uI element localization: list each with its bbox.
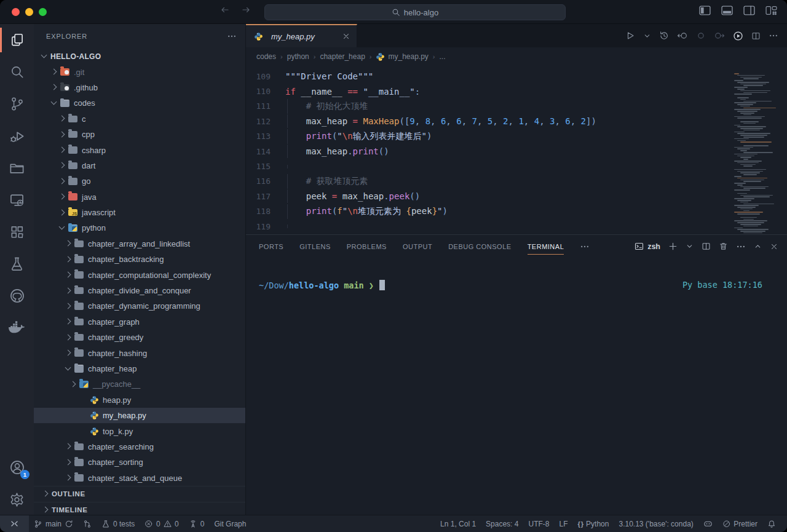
maximize-panel-icon[interactable] xyxy=(754,242,762,250)
section-timeline[interactable]: TIMELINE xyxy=(34,502,245,515)
close-panel-icon[interactable] xyxy=(770,242,778,251)
explorer-more-actions-icon[interactable] xyxy=(227,31,237,41)
history-back-icon[interactable] xyxy=(220,5,230,15)
close-tab-icon[interactable] xyxy=(342,32,350,41)
minimap[interactable] xyxy=(734,71,778,218)
breadcrumb-item[interactable]: python xyxy=(287,52,309,61)
activity-testing[interactable] xyxy=(0,248,34,280)
tree-item-cpp[interactable]: cpp xyxy=(34,127,245,142)
panel-tab-gitlens[interactable]: GITLENS xyxy=(299,235,331,258)
run-dropdown-icon[interactable] xyxy=(643,32,651,40)
tree-item-chapter_hashing[interactable]: chapter_hashing xyxy=(34,345,245,360)
nav-forward-icon[interactable] xyxy=(714,31,725,41)
history-forward-icon[interactable] xyxy=(241,5,251,15)
tree-item-chapter_greedy[interactable]: chapter_greedy xyxy=(34,330,245,345)
tree-item-chapter_computational_complexity[interactable]: chapter_computational_complexity xyxy=(34,267,245,282)
more-actions-icon[interactable] xyxy=(769,31,778,41)
panel-tabs-more-icon[interactable] xyxy=(580,242,590,252)
activity-explorer[interactable] xyxy=(0,24,34,56)
layout-customize-icon[interactable] xyxy=(765,6,777,15)
status-indentation[interactable]: Spaces: 4 xyxy=(481,515,523,532)
minimize-window-button[interactable] xyxy=(25,8,33,16)
nav-back-icon[interactable] xyxy=(677,31,688,41)
zoom-window-button[interactable] xyxy=(39,8,47,16)
tree-item-my_heap.py[interactable]: my_heap.py xyxy=(34,408,245,423)
tree-item-chapter_searching[interactable]: chapter_searching xyxy=(34,439,245,455)
breadcrumb-item[interactable]: my_heap.py xyxy=(376,52,428,62)
tree-item-.github[interactable]: .github xyxy=(34,80,245,95)
status-git-branch[interactable]: main xyxy=(29,515,78,532)
activity-search[interactable] xyxy=(0,56,34,88)
tree-item-go[interactable]: go xyxy=(34,173,245,189)
tree-item-top_k.py[interactable]: top_k.py xyxy=(34,423,245,439)
panel-tab-problems[interactable]: PROBLEMS xyxy=(347,235,387,258)
status-git-graph[interactable]: Git Graph xyxy=(209,515,251,532)
tree-item-python[interactable]: python xyxy=(34,220,245,236)
activity-github[interactable] xyxy=(0,280,34,312)
activity-run-and-debug[interactable] xyxy=(0,120,34,152)
tree-item-heap.py[interactable]: heap.py xyxy=(34,392,245,408)
shell-select[interactable]: zsh xyxy=(635,242,660,251)
tree-item-csharp[interactable]: csharp xyxy=(34,142,245,157)
layout-sidebar-right-icon[interactable] xyxy=(743,6,755,15)
status-python-interpreter[interactable]: 3.10.13 ('base': conda) xyxy=(614,515,698,532)
section-outline[interactable]: OUTLINE xyxy=(34,486,245,502)
tree-item-chapter_dynamic_programming[interactable]: chapter_dynamic_programming xyxy=(34,298,245,314)
tree-item-codes[interactable]: codes xyxy=(34,95,245,111)
status-encoding[interactable]: UTF-8 xyxy=(523,515,554,532)
tree-item-.git[interactable]: .git xyxy=(34,64,245,79)
tree-item-chapter_stack_and_queue[interactable]: chapter_stack_and_queue xyxy=(34,470,245,486)
split-editor-icon[interactable] xyxy=(751,31,761,41)
close-window-button[interactable] xyxy=(12,8,20,16)
panel-tab-output[interactable]: OUTPUT xyxy=(403,235,432,258)
activity-remote-explorer[interactable] xyxy=(0,184,34,216)
terminal-profile-dropdown-icon[interactable] xyxy=(686,242,694,250)
activity-docker[interactable] xyxy=(0,312,34,344)
kill-terminal-icon[interactable] xyxy=(719,242,728,251)
panel-tab-terminal[interactable]: TERMINAL xyxy=(528,235,564,258)
tree-item-chapter_divide_and_conquer[interactable]: chapter_divide_and_conquer xyxy=(34,283,245,298)
activity-source-control[interactable] xyxy=(0,88,34,120)
command-center-search[interactable]: hello-algo xyxy=(264,4,566,20)
activity-settings[interactable] xyxy=(0,483,34,515)
status-ports-forwarded[interactable]: 0 xyxy=(184,515,210,532)
status-prettier[interactable]: Prettier xyxy=(718,515,762,532)
panel-tab-ports[interactable]: PORTS xyxy=(259,235,283,258)
status-notifications[interactable] xyxy=(762,515,781,532)
code-editor[interactable]: 109 """Driver Code""" 110 if __name__ ==… xyxy=(246,66,787,234)
status-language-mode[interactable]: { }Python xyxy=(572,515,614,532)
tree-item-chapter_array_and_linkedlist[interactable]: chapter_array_and_linkedlist xyxy=(34,236,245,252)
tree-item-chapter_sorting[interactable]: chapter_sorting xyxy=(34,455,245,470)
status-problems[interactable]: 00 xyxy=(140,515,183,532)
breadcrumb-item[interactable]: ... xyxy=(440,52,446,61)
status-tests[interactable]: 0 tests xyxy=(97,515,140,532)
timeline-history-icon[interactable] xyxy=(659,31,669,41)
remote-indicator[interactable] xyxy=(0,515,29,532)
tree-item-javascript[interactable]: javascript xyxy=(34,205,245,220)
tree-item-dart[interactable]: dart xyxy=(34,158,245,173)
status-eol[interactable]: LF xyxy=(554,515,572,532)
terminal-more-actions-icon[interactable] xyxy=(736,242,746,252)
terminal[interactable]: ~/Dow/hello-algo main ❯ Py base 18:17:16 xyxy=(246,258,787,515)
tree-item-__pycache__[interactable]: __pycache__ xyxy=(34,376,245,392)
activity-extensions[interactable] xyxy=(0,216,34,248)
new-terminal-icon[interactable] xyxy=(668,242,678,251)
status-gitlens-compare[interactable] xyxy=(78,515,97,532)
status-copilot[interactable] xyxy=(698,515,718,532)
status-cursor-position[interactable]: Ln 1, Col 1 xyxy=(435,515,481,532)
tree-item-chapter_backtracking[interactable]: chapter_backtracking xyxy=(34,252,245,267)
layout-sidebar-left-icon[interactable] xyxy=(699,6,711,15)
panel-tab-debug-console[interactable]: DEBUG CONSOLE xyxy=(448,235,511,258)
nav-current-icon[interactable] xyxy=(696,31,706,41)
split-terminal-icon[interactable] xyxy=(702,242,711,251)
run-python-file-icon[interactable] xyxy=(625,31,635,41)
tree-item-chapter_heap[interactable]: chapter_heap xyxy=(34,361,245,376)
tree-item-HELLO-ALGO[interactable]: HELLO-ALGO xyxy=(34,49,245,64)
tree-item-chapter_graph[interactable]: chapter_graph xyxy=(34,314,245,330)
tab-my-heap-py[interactable]: my_heap.py xyxy=(246,24,357,47)
tree-item-c[interactable]: c xyxy=(34,111,245,127)
run-below-icon[interactable] xyxy=(733,31,743,41)
activity-project-folder[interactable] xyxy=(0,152,34,184)
activity-accounts[interactable]: 1 xyxy=(0,451,34,483)
layout-panel-icon[interactable] xyxy=(721,6,733,15)
